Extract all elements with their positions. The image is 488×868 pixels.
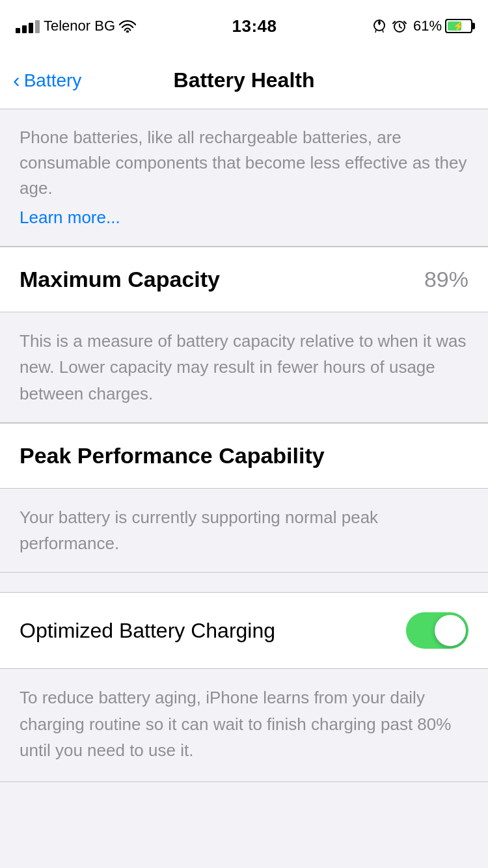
optimized-charging-toggle[interactable] [406, 612, 468, 649]
optimized-description: To reduce battery aging, iPhone learns f… [0, 669, 488, 782]
max-capacity-row: Maximum Capacity 89% [20, 267, 468, 292]
status-time: 13:48 [232, 16, 277, 36]
battery-percent: 61% [413, 18, 442, 34]
max-capacity-value: 89% [424, 267, 468, 292]
toggle-knob [435, 615, 466, 646]
learn-more-link[interactable]: Learn more... [20, 208, 120, 227]
back-button[interactable]: ‹ Battery [13, 70, 81, 91]
peak-performance-section: Peak Performance Capability [0, 423, 488, 489]
back-chevron-icon: ‹ [13, 70, 20, 90]
signal-bars-icon [16, 19, 40, 33]
max-capacity-label: Maximum Capacity [20, 267, 220, 292]
intro-section: Phone batteries, like all rechargeable b… [0, 109, 488, 247]
optimized-desc-text: To reduce battery aging, iPhone learns f… [20, 685, 468, 763]
capacity-description: This is a measure of battery capacity re… [0, 312, 488, 423]
battery-container: 61% ⚡ [413, 18, 472, 34]
intro-text: Phone batteries, like all rechargeable b… [20, 125, 468, 201]
main-content: Phone batteries, like all rechargeable b… [0, 109, 488, 782]
wifi-icon [119, 20, 136, 33]
battery-bolt-icon: ⚡ [453, 21, 464, 31]
alarm-icon [392, 19, 407, 33]
back-button-label: Battery [24, 70, 82, 91]
status-bar: Telenor BG 13:48 61% ⚡ [0, 0, 488, 52]
max-capacity-section: Maximum Capacity 89% [0, 247, 488, 312]
battery-icon: ⚡ [445, 19, 472, 33]
status-left: Telenor BG [16, 18, 136, 34]
portrait-lock-icon [373, 19, 386, 33]
capacity-desc-text: This is a measure of battery capacity re… [20, 328, 468, 407]
status-right: 61% ⚡ [373, 18, 472, 34]
optimized-charging-section: Optimized Battery Charging [0, 592, 488, 669]
navigation-bar: ‹ Battery Battery Health [0, 52, 488, 109]
peak-performance-label: Peak Performance Capability [20, 443, 325, 468]
optimized-charging-label: Optimized Battery Charging [20, 617, 275, 645]
carrier-label: Telenor BG [44, 18, 115, 34]
peak-desc-text: Your battery is currently supporting nor… [20, 504, 468, 557]
peak-description: Your battery is currently supporting nor… [0, 489, 488, 573]
page-title: Battery Health [174, 68, 315, 92]
